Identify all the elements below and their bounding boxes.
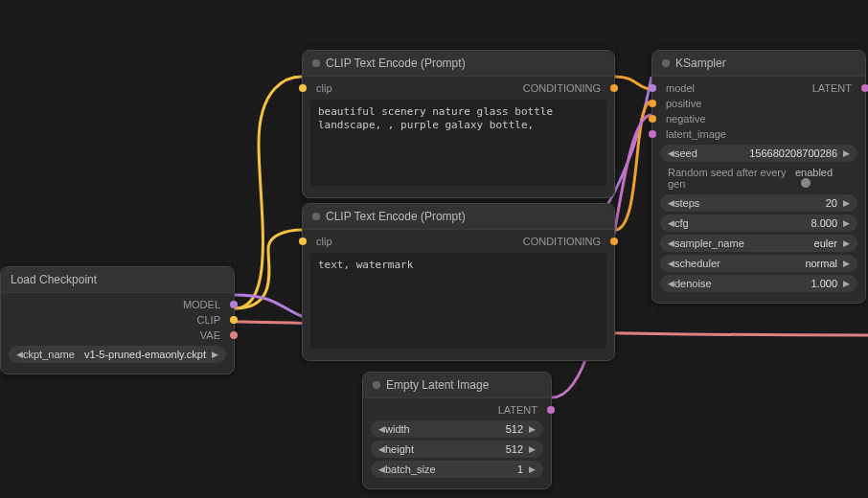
header-text: CLIP Text Encode (Prompt) <box>326 57 466 70</box>
input-model[interactable]: model <box>658 80 698 96</box>
chevron-right-icon[interactable]: ▶ <box>843 279 850 288</box>
node-ksampler[interactable]: KSampler model LATENT positive negative … <box>651 50 866 304</box>
port-dot-icon <box>230 316 238 324</box>
chevron-left-icon[interactable]: ◀ <box>378 444 385 454</box>
input-positive[interactable]: positive <box>658 96 859 111</box>
port-dot-icon <box>649 130 656 138</box>
port-dot-icon <box>649 84 656 92</box>
chevron-left-icon[interactable]: ◀ <box>16 350 23 359</box>
toggle-dot-icon <box>801 178 811 188</box>
chevron-left-icon[interactable]: ◀ <box>668 148 674 158</box>
chevron-left-icon[interactable]: ◀ <box>668 198 674 208</box>
input-clip[interactable]: clip <box>308 234 336 249</box>
input-clip[interactable]: clip <box>308 80 336 96</box>
widget-denoise[interactable]: ◀ denoise 1.000 ▶ <box>660 275 857 292</box>
header-text: Load Checkpoint <box>11 273 97 286</box>
header-text: CLIP Text Encode (Prompt) <box>326 210 466 223</box>
collapse-dot-icon[interactable] <box>373 381 380 389</box>
node-header[interactable]: CLIP Text Encode (Prompt) <box>303 204 614 230</box>
widget-height[interactable]: ◀ height 512 ▶ <box>371 441 543 458</box>
chevron-right-icon[interactable]: ▶ <box>529 424 536 434</box>
port-dot-icon <box>299 238 307 245</box>
port-dot-icon <box>649 115 656 123</box>
widget-sampler-name[interactable]: ◀ sampler_name euler ▶ <box>660 235 857 252</box>
chevron-right-icon[interactable]: ▶ <box>843 238 850 248</box>
node-header[interactable]: Load Checkpoint <box>1 267 234 293</box>
collapse-dot-icon[interactable] <box>662 59 670 67</box>
widget-seed[interactable]: ◀ seed 156680208700286 ▶ <box>660 145 857 162</box>
output-conditioning[interactable]: CONDITIONING <box>519 234 608 249</box>
chevron-right-icon[interactable]: ▶ <box>843 218 850 228</box>
input-negative[interactable]: negative <box>658 111 859 126</box>
port-dot-icon <box>649 100 656 107</box>
chevron-left-icon[interactable]: ◀ <box>668 218 674 228</box>
port-dot-icon <box>299 84 307 92</box>
input-latent-image[interactable]: latent_image <box>658 126 859 142</box>
widget-ckpt-name[interactable]: ◀ ckpt_name v1-5-pruned-emaonly.ckpt ▶ <box>9 346 226 363</box>
collapse-dot-icon[interactable] <box>312 213 320 220</box>
chevron-right-icon[interactable]: ▶ <box>529 464 536 474</box>
node-load-checkpoint[interactable]: Load Checkpoint MODEL CLIP VAE ◀ ckpt_na… <box>0 266 235 374</box>
node-empty-latent-image[interactable]: Empty Latent Image LATENT ◀ width 512 ▶ … <box>362 372 552 489</box>
node-header[interactable]: CLIP Text Encode (Prompt) <box>303 51 614 77</box>
widget-cfg[interactable]: ◀ cfg 8.000 ▶ <box>660 215 857 232</box>
chevron-right-icon[interactable]: ▶ <box>212 350 218 359</box>
port-dot-icon <box>547 406 555 414</box>
chevron-left-icon[interactable]: ◀ <box>378 424 385 434</box>
chevron-right-icon[interactable]: ▶ <box>843 198 850 208</box>
widget-random-toggle[interactable]: Random seed after every gen enabled <box>660 165 857 192</box>
chevron-left-icon[interactable]: ◀ <box>668 259 674 268</box>
output-model[interactable]: MODEL <box>7 297 228 312</box>
chevron-right-icon[interactable]: ▶ <box>843 148 850 158</box>
prompt-textarea[interactable]: beautiful scenery nature glass bottle la… <box>310 100 606 186</box>
chevron-right-icon[interactable]: ▶ <box>843 259 850 268</box>
prompt-textarea[interactable]: text, watermark <box>310 253 606 349</box>
port-dot-icon <box>610 238 618 245</box>
port-dot-icon <box>610 84 618 92</box>
port-dot-icon <box>230 331 238 339</box>
chevron-left-icon[interactable]: ◀ <box>668 238 674 248</box>
header-text: KSampler <box>675 57 726 70</box>
node-clip-text-encode-negative[interactable]: CLIP Text Encode (Prompt) clip CONDITION… <box>302 203 615 361</box>
output-latent[interactable]: LATENT <box>369 402 545 418</box>
node-clip-text-encode-positive[interactable]: CLIP Text Encode (Prompt) clip CONDITION… <box>302 50 615 198</box>
collapse-dot-icon[interactable] <box>312 59 320 67</box>
widget-batch-size[interactable]: ◀ batch_size 1 ▶ <box>371 461 543 478</box>
header-text: Empty Latent Image <box>386 378 489 392</box>
port-dot-icon <box>861 84 868 92</box>
node-header[interactable]: KSampler <box>652 51 865 77</box>
output-vae[interactable]: VAE <box>7 328 228 343</box>
node-header[interactable]: Empty Latent Image <box>363 373 551 398</box>
output-latent[interactable]: LATENT <box>809 80 859 96</box>
chevron-left-icon[interactable]: ◀ <box>378 464 385 474</box>
port-dot-icon <box>230 301 238 308</box>
widget-scheduler[interactable]: ◀ scheduler normal ▶ <box>660 255 857 272</box>
widget-width[interactable]: ◀ width 512 ▶ <box>371 420 543 438</box>
widget-steps[interactable]: ◀ steps 20 ▶ <box>660 194 857 212</box>
output-conditioning[interactable]: CONDITIONING <box>519 80 608 96</box>
chevron-left-icon[interactable]: ◀ <box>668 279 674 288</box>
output-clip[interactable]: CLIP <box>7 312 228 328</box>
chevron-right-icon[interactable]: ▶ <box>529 444 536 454</box>
